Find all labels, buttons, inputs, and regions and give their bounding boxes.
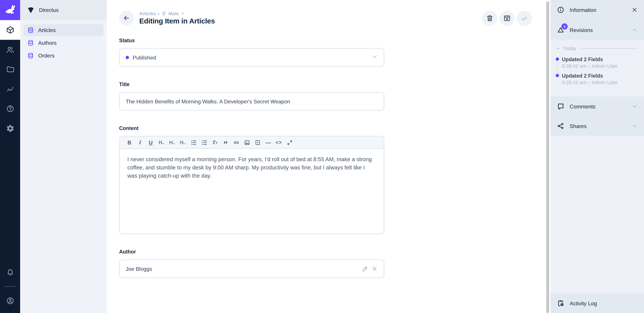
link-button[interactable]	[231, 137, 242, 148]
revision-entry[interactable]: Updated 2 Fields 9:28:42 am – Admin User	[562, 56, 638, 69]
image-button[interactable]	[242, 137, 252, 148]
archive-button[interactable]	[500, 11, 515, 26]
account-button[interactable]	[0, 291, 20, 311]
module-bar	[0, 0, 20, 313]
underline-button[interactable]: U	[146, 137, 156, 148]
author-select[interactable]: Joe Bloggs	[119, 259, 384, 278]
revision-title[interactable]: Updated 2 Fields	[562, 56, 638, 63]
module-files[interactable]	[0, 59, 20, 79]
shares-section[interactable]: Shares	[550, 116, 644, 136]
title-field: Title	[119, 82, 384, 111]
chevron-down-icon	[556, 46, 560, 51]
back-button[interactable]	[119, 11, 134, 25]
image-icon	[244, 139, 250, 145]
bullet-list-icon	[201, 139, 207, 145]
gear-icon	[6, 124, 14, 133]
heading3-button[interactable]: H..	[178, 137, 188, 148]
revisions-group-today[interactable]: Today	[556, 45, 638, 51]
breadcrumb[interactable]: Articles • Main	[139, 11, 215, 16]
collections-list: Articles Authors Orders	[20, 20, 107, 66]
breadcrumb-collection[interactable]: Articles	[139, 11, 156, 16]
editor-body[interactable]: I never considered myself a morning pers…	[120, 149, 384, 233]
chevron-down-icon[interactable]	[631, 123, 638, 129]
item-edit-page: Articles • Main Editing Item in Articles	[107, 0, 550, 313]
revision-title[interactable]: Updated 2 Fields	[562, 72, 638, 79]
module-settings[interactable]	[0, 119, 20, 138]
bold-button[interactable]: B	[124, 137, 135, 148]
deselect-x-icon[interactable]	[371, 266, 378, 272]
collection-database-icon	[28, 40, 34, 46]
revision-meta: 9:28:42 am – Admin User	[562, 63, 638, 69]
editor-toolbar: B I U H.. H.. H.. 1 2 3	[120, 137, 384, 149]
fullscreen-icon	[286, 139, 293, 145]
revision-dot	[556, 57, 559, 61]
clear-format-x: x	[216, 140, 217, 144]
module-help[interactable]	[0, 99, 20, 119]
italic-button[interactable]: I	[135, 137, 146, 148]
comments-section[interactable]: Comments	[550, 96, 644, 116]
module-user-directory[interactable]	[0, 40, 20, 60]
clear-format-button[interactable]: Tx	[210, 137, 220, 148]
svg-text:3: 3	[191, 143, 192, 145]
revisions-badge: 2	[562, 23, 568, 30]
sidebar-item-label: Authors	[38, 40, 57, 46]
sidebar-item-articles[interactable]: Articles	[24, 24, 104, 36]
notifications-button[interactable]	[0, 262, 20, 282]
project-name: Directus	[39, 7, 59, 13]
group-label: Today	[563, 45, 576, 51]
code-button[interactable]: <>	[274, 137, 284, 148]
revisions-section[interactable]: 2 Revisions	[550, 20, 644, 40]
author-field: Author Joe Bloggs	[119, 249, 384, 278]
author-value: Joe Bloggs	[126, 266, 152, 272]
directus-logo[interactable]	[0, 0, 20, 20]
project-icon	[27, 6, 34, 14]
numbered-list-button[interactable]: 1 2 3	[188, 137, 199, 148]
activity-log-section[interactable]: Activity Log	[550, 294, 644, 313]
chevron-down-icon[interactable]	[631, 103, 638, 110]
horizontal-rule-button[interactable]: —	[263, 137, 274, 148]
bullet-list-button[interactable]	[199, 137, 210, 148]
close-icon	[631, 6, 638, 13]
information-section[interactable]: Information	[550, 0, 644, 20]
delete-button[interactable]	[482, 11, 498, 26]
wysiwyg-editor: B I U H.. H.. H.. 1 2 3	[119, 136, 384, 234]
collection-database-icon	[28, 52, 34, 59]
clear-format-t: T	[212, 139, 216, 146]
rabbit-icon	[4, 3, 16, 16]
video-button[interactable]	[252, 137, 263, 148]
blockquote-button[interactable]: ”	[220, 137, 231, 148]
project-header[interactable]: Directus	[20, 0, 107, 20]
chevron-down-icon[interactable]	[371, 53, 378, 61]
content-label: Content	[119, 125, 384, 131]
module-content[interactable]	[0, 20, 20, 40]
breadcrumb-version[interactable]: Main	[168, 11, 179, 16]
version-sync-icon	[162, 11, 166, 16]
status-field: Status Published	[119, 38, 384, 67]
edit-pencil-icon[interactable]	[362, 266, 368, 272]
save-button[interactable]	[517, 11, 532, 26]
insights-icon	[6, 85, 14, 93]
revisions-label: Revisions	[570, 27, 593, 33]
title-input-box[interactable]	[119, 92, 384, 111]
module-insights[interactable]	[0, 79, 20, 99]
heading2-button[interactable]: H..	[167, 137, 178, 148]
close-drawer-button[interactable]	[631, 6, 638, 13]
status-select[interactable]: Published	[119, 48, 384, 67]
shares-label: Shares	[570, 123, 587, 129]
fullscreen-button[interactable]	[284, 137, 295, 148]
chevron-up-icon[interactable]	[631, 27, 638, 33]
main-scrollbar[interactable]	[546, 1, 549, 313]
status-value: Published	[133, 54, 156, 60]
revision-meta: 9:28:10 am – Admin User	[562, 80, 638, 86]
revision-entry[interactable]: Updated 2 Fields 9:28:10 am – Admin User	[562, 72, 638, 86]
group-divider	[581, 48, 638, 49]
sidebar-item-label: Articles	[38, 27, 56, 33]
page-title: Editing Item in Articles	[139, 16, 215, 25]
status-dot	[126, 56, 129, 59]
heading1-button[interactable]: H..	[156, 137, 167, 148]
title-label: Title	[119, 82, 384, 87]
sidebar-item-orders[interactable]: Orders	[24, 50, 104, 61]
content-paragraph[interactable]: I never considered myself a morning pers…	[127, 155, 374, 180]
title-input[interactable]	[126, 98, 378, 105]
sidebar-item-authors[interactable]: Authors	[24, 37, 104, 49]
